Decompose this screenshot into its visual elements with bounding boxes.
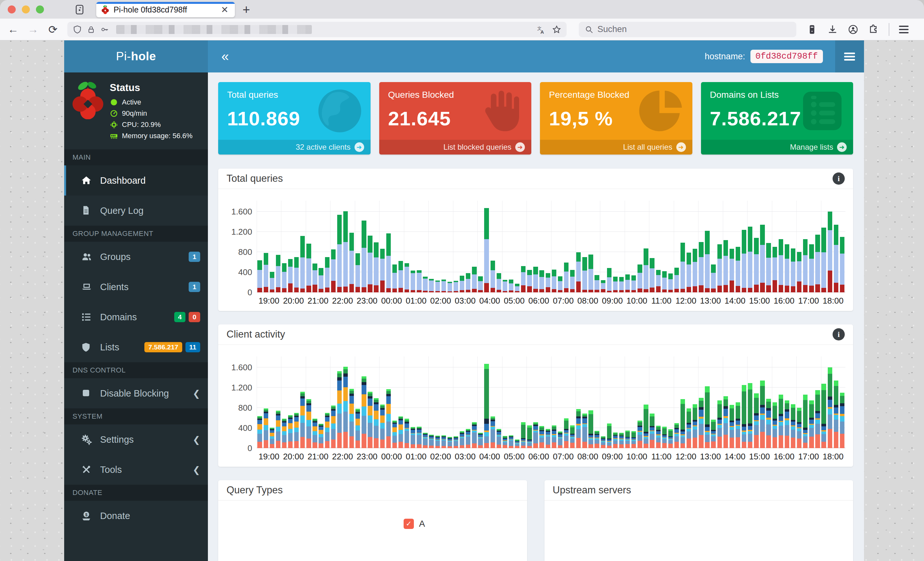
maximize-window-button[interactable] <box>36 6 44 13</box>
browser-tab[interactable]: Pi-hole 0fd38cd798ff ✕ <box>96 2 235 17</box>
sidebar-item-tools[interactable]: Tools❮ <box>64 455 208 485</box>
svg-text:A: A <box>541 29 544 34</box>
stacked-bar <box>705 231 710 292</box>
account-icon[interactable] <box>848 24 858 35</box>
stacked-bar <box>368 392 372 448</box>
stacked-bar <box>356 253 360 292</box>
close-window-button[interactable] <box>8 6 16 13</box>
info-icon[interactable]: i <box>832 172 845 185</box>
minimize-window-button[interactable] <box>22 6 30 13</box>
sidebar-item-settings[interactable]: Settings❮ <box>64 425 208 455</box>
sidebar-item-groups[interactable]: Groups1 <box>64 242 208 272</box>
stacked-bar <box>711 265 716 292</box>
window-controls <box>8 6 44 13</box>
x-axis-tick: 13:00 <box>698 296 723 306</box>
stacked-bar <box>570 270 574 292</box>
new-tab-button[interactable]: + <box>243 3 250 17</box>
search-bar[interactable]: Suchen <box>579 22 796 37</box>
main-content: Total queries110.86932 active clients➜Qu… <box>208 72 864 561</box>
card-footer-link[interactable]: List blocked queries➜ <box>379 140 532 154</box>
upstream-servers-title: Upstream servers <box>553 485 632 496</box>
stacked-bar <box>386 233 391 292</box>
stacked-bar <box>644 405 648 448</box>
stacked-bar <box>699 242 703 292</box>
stacked-bar <box>625 431 630 448</box>
stacked-bar <box>399 261 403 292</box>
tab-close-icon[interactable]: ✕ <box>220 4 230 15</box>
sidebar-item-domains[interactable]: Domains40 <box>64 302 208 332</box>
reload-button[interactable]: ⟳ <box>43 23 63 36</box>
x-axis-tick: 22:00 <box>330 452 354 462</box>
forward-button[interactable]: → <box>23 23 43 36</box>
stacked-bar <box>454 281 458 292</box>
downloads-icon[interactable] <box>827 24 838 35</box>
x-axis-tick: 02:00 <box>428 452 453 462</box>
stacked-bar <box>350 389 354 448</box>
stacked-bar <box>380 405 385 448</box>
stacked-bar <box>460 276 464 292</box>
stacked-bar <box>576 409 581 448</box>
sidebar-collapse-icon[interactable]: « <box>221 49 229 64</box>
stacked-bar <box>552 269 556 292</box>
card-footer-link[interactable]: List all queries➜ <box>540 140 692 154</box>
stacked-bar <box>276 255 280 292</box>
chevron-left-icon: ❮ <box>193 388 200 399</box>
status-panel: Status Active90q/minCPU: 20.9%Memory usa… <box>64 72 208 150</box>
tab-favicon <box>101 5 109 14</box>
back-button[interactable]: ← <box>3 23 23 36</box>
x-axis-tick: 15:00 <box>747 296 772 306</box>
sidebar-item-dashboard[interactable]: Dashboard <box>64 165 208 196</box>
stacked-bar <box>411 427 415 448</box>
url-bar[interactable]: 文A <box>68 22 567 37</box>
stacked-bar <box>601 280 605 292</box>
total-queries-x-axis: 19:0020:0021:0022:0023:0000:0001:0002:00… <box>256 292 845 309</box>
pihole-logo[interactable]: Pi-hole <box>64 40 208 72</box>
browser-tab-strip: Pi-hole 0fd38cd798ff ✕ + <box>0 0 924 19</box>
query-type-a-checkbox[interactable]: ✓ <box>404 519 414 529</box>
client-activity-chart[interactable]: 04008001.2001.600 <box>256 356 845 448</box>
stacked-bar <box>809 400 814 448</box>
stacked-bar <box>662 427 667 448</box>
sidebar-item-query-log[interactable]: Query Log <box>64 196 208 226</box>
sidebar-item-disable-blocking[interactable]: Disable Blocking❮ <box>64 378 208 408</box>
stacked-bar <box>736 247 740 292</box>
total-queries-chart[interactable]: 04008001.2001.600 <box>256 200 845 292</box>
firefox-view-icon[interactable] <box>73 4 87 15</box>
card-footer-link[interactable]: 32 active clients➜ <box>218 140 370 154</box>
x-axis-tick: 01:00 <box>404 452 428 462</box>
stacked-bar <box>687 408 691 448</box>
stacked-bar <box>441 435 446 448</box>
stacked-bar <box>312 263 317 292</box>
stacked-bar <box>754 393 759 448</box>
extensions-icon[interactable] <box>868 24 879 35</box>
x-axis-tick: 06:00 <box>526 452 551 462</box>
card-footer-link[interactable]: Manage lists➜ <box>701 140 854 154</box>
stacked-bar <box>778 239 783 292</box>
stacked-bar <box>570 425 574 448</box>
stacked-bar <box>356 409 360 448</box>
stacked-bar <box>834 225 838 292</box>
stacked-bar <box>687 253 691 292</box>
sidebar-item-donate[interactable]: $Donate <box>64 501 208 531</box>
navbar-menu-icon[interactable] <box>835 40 864 72</box>
stacked-bar <box>264 253 268 292</box>
stacked-bar <box>717 244 722 292</box>
stacked-bar <box>760 380 765 448</box>
key-icon <box>100 25 109 34</box>
stacked-bar <box>772 402 777 448</box>
info-icon[interactable]: i <box>832 328 845 340</box>
x-axis-tick: 15:00 <box>747 452 772 462</box>
browser-menu-icon[interactable] <box>899 24 909 35</box>
sidebar-item-clients[interactable]: Clients1 <box>64 272 208 302</box>
stacked-bar <box>478 433 483 448</box>
x-axis-tick: 08:00 <box>576 452 600 462</box>
x-axis-tick: 06:00 <box>526 296 551 306</box>
x-axis-tick: 17:00 <box>796 296 821 306</box>
stacked-bar <box>368 236 372 292</box>
sync-device-icon[interactable] <box>807 24 818 35</box>
stacked-bar <box>821 384 826 448</box>
x-axis-tick: 05:00 <box>502 296 526 306</box>
sidebar-item-lists[interactable]: Lists7.586.21711 <box>64 332 208 362</box>
stacked-bar <box>294 413 299 448</box>
summary-cards: Total queries110.86932 active clients➜Qu… <box>218 82 853 154</box>
